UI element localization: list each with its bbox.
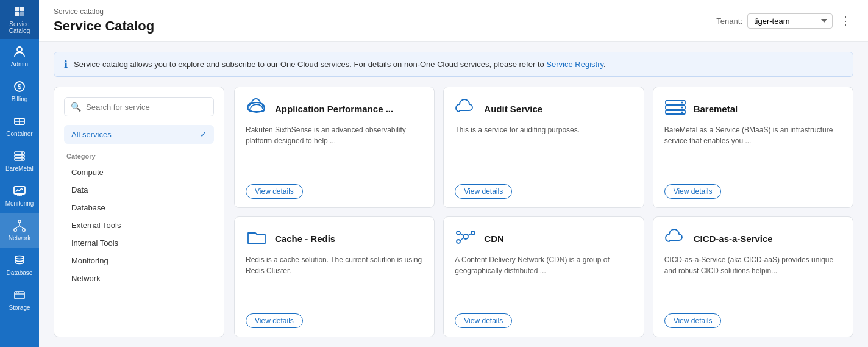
network-icon [13, 219, 26, 232]
sidebar-item-container[interactable]: Container [0, 109, 39, 143]
svg-rect-12 [15, 158, 24, 160]
service-registry-link[interactable]: Service Registry [546, 60, 603, 69]
service-card-cicd: CICD-as-a-Service CICD-as-a-Service (aka… [653, 216, 853, 338]
tenant-label: Tenant: [716, 16, 742, 26]
svg-point-34 [681, 102, 683, 104]
card-title-2: Baremetal [694, 104, 738, 114]
category-network[interactable]: Network [64, 270, 214, 287]
search-input[interactable] [86, 102, 207, 112]
search-box[interactable]: 🔍 [64, 97, 214, 116]
page-header: Service catalog Service Catalog Tenant: … [39, 0, 868, 42]
svg-line-42 [468, 234, 471, 235]
sidebar-label-admin: Admin [11, 61, 28, 68]
tenant-row: Tenant: tiger-team alpha-team beta-team … [716, 13, 853, 29]
admin-icon [13, 45, 26, 59]
svg-point-25 [15, 256, 24, 259]
card-desc-2: BareMetal as a Service (BMaaS) is an inf… [664, 124, 842, 177]
monitoring-icon [13, 184, 26, 198]
card-desc-5: CICD-as-a-Service (aka CICD-aaS) provide… [664, 254, 842, 307]
category-database[interactable]: Database [64, 199, 214, 216]
all-services-item[interactable]: All services ✓ [64, 125, 214, 144]
breadcrumb: Service catalog [54, 7, 154, 16]
view-details-btn-3[interactable]: View details [246, 313, 303, 328]
database-icon [13, 254, 26, 267]
more-options-icon[interactable]: ⋮ [838, 13, 853, 29]
svg-rect-0 [15, 7, 19, 11]
folder-icon [246, 228, 268, 249]
main-content: Service catalog Service Catalog Tenant: … [39, 0, 868, 347]
sidebar-label-monitoring: Monitoring [5, 200, 34, 207]
svg-rect-2 [15, 12, 19, 16]
cloud-icon-1 [455, 98, 477, 120]
sidebar: Service Catalog Admin $ Billing Cont [0, 0, 39, 347]
cards-grid: Application Performance ... Rakuten Sixt… [234, 87, 853, 337]
cloud-icon-5 [664, 228, 686, 249]
billing-icon: $ [13, 80, 26, 93]
sidebar-item-service-catalog[interactable]: Service Catalog [0, 0, 39, 39]
card-desc-0: Rakuten SixthSense is an advanced observ… [246, 124, 423, 177]
svg-point-15 [21, 159, 23, 160]
svg-rect-21 [23, 229, 25, 231]
svg-point-28 [16, 292, 18, 293]
sidebar-label-storage: Storage [9, 304, 30, 311]
card-header-2: Baremetal [664, 98, 842, 120]
view-details-btn-4[interactable]: View details [455, 313, 512, 328]
view-details-btn-0[interactable]: View details [246, 184, 303, 199]
sidebar-item-monitoring[interactable]: Monitoring [0, 178, 39, 213]
baremetal-card-icon [664, 98, 686, 120]
container-icon [13, 115, 26, 128]
card-title-5: CICD-as-a-Service [694, 234, 773, 244]
svg-line-24 [20, 226, 24, 229]
category-external-tools[interactable]: External Tools [64, 216, 214, 234]
svg-rect-1 [20, 7, 24, 11]
sidebar-label-network: Network [9, 235, 31, 241]
sidebar-item-storage[interactable]: Storage [0, 282, 39, 317]
svg-rect-3 [20, 12, 24, 16]
sidebar-label-database: Database [7, 270, 33, 276]
title-block: Service catalog Service Catalog [54, 7, 154, 34]
svg-point-40 [457, 240, 460, 243]
category-data[interactable]: Data [64, 181, 214, 199]
sidebar-item-admin[interactable]: Admin [0, 39, 39, 74]
svg-point-14 [21, 156, 23, 157]
sidebar-label-billing: Billing [12, 96, 28, 102]
cdn-icon [455, 228, 477, 249]
view-details-btn-1[interactable]: View details [455, 184, 512, 199]
banner-text: Service catalog allows you to explore an… [74, 60, 606, 69]
service-card-audit: Audit Service This is a service for audi… [443, 87, 644, 208]
category-label: Category [64, 152, 214, 160]
baremetal-sidebar-icon [13, 149, 26, 163]
category-internal-tools[interactable]: Internal Tools [64, 234, 214, 252]
svg-point-4 [17, 47, 22, 52]
svg-point-29 [18, 292, 20, 293]
sidebar-item-billing[interactable]: $ Billing [0, 74, 39, 109]
svg-point-35 [681, 107, 683, 109]
left-panel: 🔍 All services ✓ Category Compute Data D… [54, 87, 224, 337]
card-header-1: Audit Service [455, 98, 632, 120]
card-title-4: CDN [484, 234, 504, 244]
content-area: 🔍 All services ✓ Category Compute Data D… [39, 77, 868, 347]
svg-point-13 [21, 152, 23, 154]
sidebar-item-database[interactable]: Database [0, 248, 39, 282]
header-row: Service catalog Service Catalog Tenant: … [54, 7, 853, 34]
svg-line-41 [460, 234, 463, 235]
sidebar-item-network[interactable]: Network [0, 213, 39, 248]
sidebar-label-baremetal: BareMetaI [5, 165, 34, 172]
storage-icon [13, 288, 26, 302]
view-details-btn-2[interactable]: View details [664, 184, 722, 199]
card-desc-4: A Content Delivery Network (CDN) is a gr… [455, 254, 632, 307]
sidebar-item-baremetal[interactable]: BareMetaI [0, 143, 39, 178]
service-card-baremetal: Baremetal BareMetal as a Service (BMaaS)… [653, 87, 853, 208]
category-compute[interactable]: Compute [64, 163, 214, 181]
card-title-1: Audit Service [484, 104, 542, 114]
category-monitoring[interactable]: Monitoring [64, 252, 214, 270]
service-catalog-icon [13, 5, 26, 18]
sidebar-label-container: Container [6, 131, 32, 137]
svg-point-39 [471, 231, 475, 235]
svg-line-23 [15, 226, 20, 229]
tenant-select[interactable]: tiger-team alpha-team beta-team [747, 13, 833, 29]
svg-point-37 [463, 234, 468, 239]
view-details-btn-5[interactable]: View details [664, 313, 722, 328]
all-services-label: All services [71, 130, 112, 139]
svg-rect-19 [18, 220, 21, 223]
